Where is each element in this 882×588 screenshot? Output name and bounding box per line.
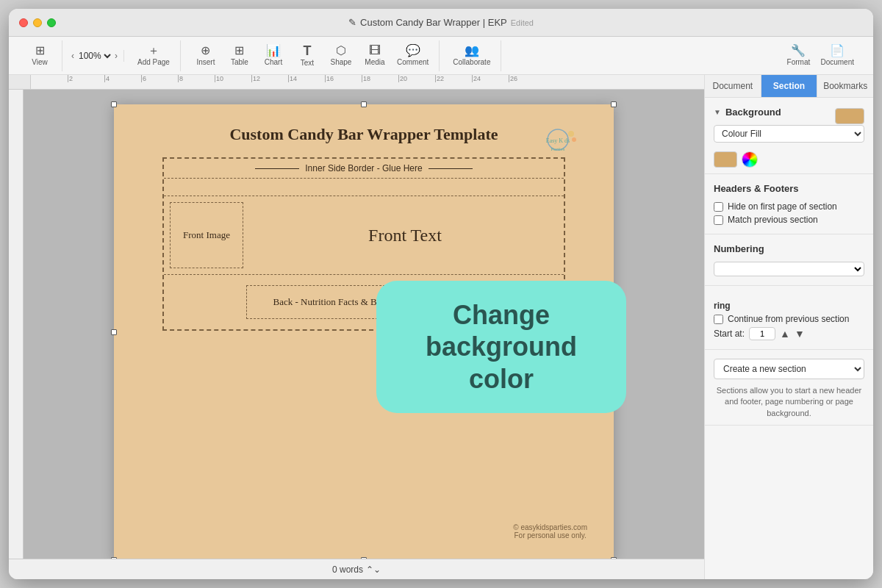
background-header: ▼ Background (714, 107, 781, 118)
continue-prev-checkbox[interactable] (714, 315, 723, 324)
handle-bottom-left[interactable] (111, 557, 117, 559)
handle-top-center[interactable] (361, 101, 367, 107)
close-button[interactable] (19, 18, 28, 27)
traffic-lights (19, 18, 56, 27)
border-line-right (429, 168, 473, 169)
color-swatch[interactable] (714, 151, 737, 168)
media-button[interactable]: 🎞 Media (359, 40, 391, 71)
headers-footers-label: Headers & Footers (714, 183, 799, 194)
collaborate-group: 👥 Collaborate (442, 40, 501, 71)
horizontal-ruler: 2 4 6 8 10 12 14 16 18 20 22 24 26 (9, 75, 704, 90)
handle-top-right[interactable] (611, 101, 617, 107)
numbering-header: Numbering (714, 243, 864, 254)
svg-text:Easy K ds: Easy K ds (546, 137, 570, 144)
create-section: Create a new section Sections allow you … (705, 350, 873, 426)
minimize-button[interactable] (33, 18, 42, 27)
match-previous-label: Match previous section (728, 215, 818, 225)
ruler-mark: 26 (509, 75, 517, 82)
collaborate-button[interactable]: 👥 Collaborate (448, 40, 495, 71)
handle-bottom-center[interactable] (361, 557, 367, 559)
ruler-mark: 12 (251, 75, 260, 82)
front-text-box: Front Text (252, 226, 558, 245)
panel-tabs: Document Section Bookmarks (705, 75, 873, 98)
background-label: Background (725, 107, 781, 118)
handle-top-left[interactable] (111, 101, 117, 107)
svg-text:Parties: Parties (551, 146, 564, 152)
ruler-mark: 16 (325, 75, 334, 82)
numbering-label: Numbering (714, 243, 764, 254)
numbering-section: Numbering 1, 2, 3 i, ii, iii a, b, c (705, 234, 873, 286)
headers-footers-section: Headers & Footers Hide on first page of … (705, 174, 873, 234)
border-line-left (255, 168, 299, 169)
app-window: ✎ Custom Candy Bar Wrapper | EKP Edited … (9, 9, 873, 579)
maximize-button[interactable] (47, 18, 56, 27)
document-button[interactable]: 📄 Document (816, 40, 858, 71)
canvas-area[interactable]: Custom Candy Bar Wrapper Template Inner … (24, 90, 704, 559)
background-title-row: ▼ Background (714, 107, 864, 125)
copyright-line2: For personal use only. (513, 531, 587, 539)
ruler-mark: 24 (472, 75, 481, 82)
callout-bubble: Change background color (376, 281, 626, 413)
hide-first-page-label: Hide on first page of section (728, 201, 837, 212)
numbering-sub-label: ring (714, 301, 864, 311)
ruler-and-canvas: Custom Candy Bar Wrapper Template Inner … (9, 90, 704, 559)
colour-fill-label: Colour Fill No Fill Gradient Fill Image … (714, 125, 864, 147)
background-color-swatch[interactable] (835, 108, 864, 124)
ruler-mark: 18 (362, 75, 370, 82)
zoom-back-icon[interactable]: ‹ (71, 51, 74, 61)
logo-svg: Easy K ds Parties (528, 125, 587, 169)
zoom-group: ‹ 100% 75% 50% 125% 150% › (65, 50, 124, 62)
start-at-row: Start at: ▲ ▼ (714, 327, 864, 340)
right-panel: Document Section Bookmarks ▼ Background … (704, 75, 873, 579)
table-button[interactable]: ⊞ Table (223, 40, 256, 71)
tab-bookmarks[interactable]: Bookmarks (817, 75, 873, 97)
text-button[interactable]: T Text (291, 40, 323, 71)
window-title: ✎ Custom Candy Bar Wrapper | EKP Edited (348, 17, 534, 28)
view-button[interactable]: ⊞ View (24, 40, 56, 71)
format-document-group: 🔧 Format 📄 Document (776, 40, 864, 71)
front-image-box: Front Image (170, 202, 243, 268)
insert-group: ⊕ Insert ⊞ Table 📊 Chart T Text ⬡ Shape … (184, 40, 440, 71)
chart-button[interactable]: 📊 Chart (257, 40, 290, 71)
edited-label: Edited (511, 18, 534, 27)
ruler-mark: 14 (288, 75, 297, 82)
colour-fill-select[interactable]: Colour Fill No Fill Gradient Fill Image … (714, 125, 864, 143)
match-previous-checkbox[interactable] (714, 215, 723, 225)
logo-area: Easy K ds Parties (528, 125, 587, 172)
word-count-stepper[interactable]: ⌃⌄ (366, 564, 381, 575)
inner-side-border: Inner Side Border - Glue Here (164, 159, 564, 179)
top-stripe (164, 179, 564, 196)
zoom-select[interactable]: 100% 75% 50% 125% 150% (76, 50, 113, 62)
ruler-mark: 10 (215, 75, 223, 82)
ruler-mark: 22 (435, 75, 444, 82)
tab-section[interactable]: Section (761, 75, 818, 97)
ruler-mark: 20 (398, 75, 407, 82)
inner-side-border-text: Inner Side Border - Glue Here (305, 163, 422, 173)
handle-mid-left[interactable] (111, 329, 117, 335)
headers-footers-header: Headers & Footers (714, 183, 864, 194)
page-numbering-select[interactable]: 1, 2, 3 i, ii, iii a, b, c (714, 262, 864, 276)
tab-document[interactable]: Document (705, 75, 761, 97)
section-desc: Sections allow you to start a new header… (714, 385, 864, 419)
insert-button[interactable]: ⊕ Insert (190, 40, 222, 71)
canvas-with-rulers: 2 4 6 8 10 12 14 16 18 20 22 24 26 (9, 75, 704, 579)
vertical-ruler (9, 90, 24, 559)
create-section-select[interactable]: Create a new section (714, 359, 864, 379)
comment-button[interactable]: 💬 Comment (392, 40, 433, 71)
zoom-forward-icon[interactable]: › (115, 51, 118, 61)
view-group: ⊞ View (18, 40, 62, 71)
shape-button[interactable]: ⬡ Shape (325, 40, 357, 71)
start-at-up-icon[interactable]: ▲ (780, 329, 790, 339)
hide-first-page-checkbox[interactable] (714, 202, 723, 212)
start-at-input[interactable] (749, 327, 775, 340)
start-at-down-icon[interactable]: ▼ (795, 329, 805, 339)
page-title: Custom Candy Bar Wrapper Template (140, 125, 587, 144)
continue-prev-label: Continue from previous section (728, 314, 849, 324)
format-button[interactable]: 🔧 Format (782, 40, 814, 71)
add-page-button[interactable]: ＋ Add Page (133, 40, 174, 71)
color-swatch-row (714, 151, 864, 168)
collapse-arrow-icon[interactable]: ▼ (714, 108, 721, 116)
handle-bottom-right[interactable] (611, 557, 617, 559)
hide-first-page-row: Hide on first page of section (714, 201, 864, 212)
color-wheel-button[interactable] (742, 151, 758, 168)
